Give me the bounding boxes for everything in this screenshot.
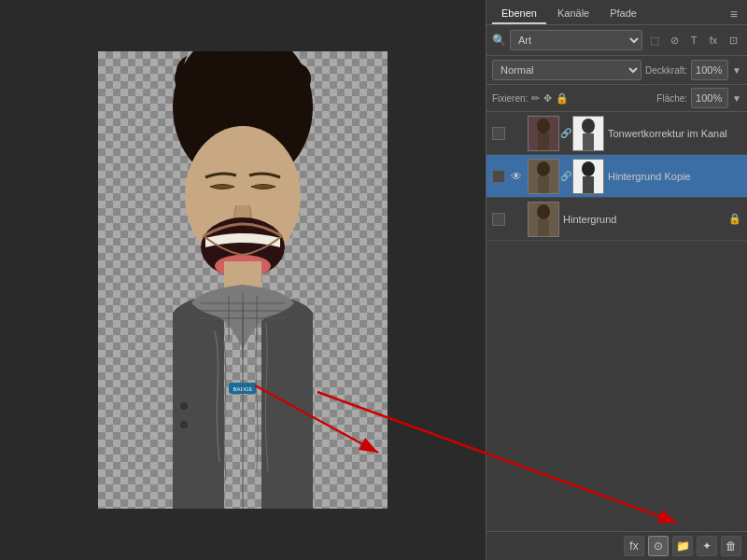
panel-tabs: Ebenen Kanäle Pfade ≡ [486, 0, 747, 25]
filter-icons: ⬚ ⊘ T fx ⊡ [646, 32, 741, 49]
lock-all-icon[interactable]: 🔒 [556, 92, 569, 105]
svg-rect-25 [538, 219, 549, 236]
svg-rect-22 [583, 176, 594, 193]
layer-locked-icon: 🔒 [728, 213, 741, 225]
layer-info-hintergrund: Hintergrund [563, 214, 725, 225]
new-layer-button[interactable]: ✦ [697, 536, 717, 556]
lock-row: Fixieren: ✏ ✥ 🔒 Fläche: ▼ [486, 85, 747, 112]
canvas-container: BADGE [98, 51, 388, 509]
main-area: BADGE [0, 0, 747, 560]
svg-point-18 [537, 161, 550, 176]
trash-icon: 🗑 [726, 539, 737, 553]
tab-pfade[interactable]: Pfade [600, 4, 646, 24]
fill-input[interactable] [691, 88, 728, 108]
layer-name-kopie: Hintergrund Kopie [608, 171, 741, 182]
canvas-area: BADGE [0, 0, 486, 560]
layer-link-kopie: 🔗 [560, 171, 571, 181]
layer-thumb-kopie [528, 159, 559, 194]
tab-ebenen[interactable]: Ebenen [492, 4, 546, 24]
layer-info-kopie: Hintergrund Kopie [608, 171, 741, 182]
delete-layer-button[interactable]: 🗑 [721, 536, 741, 556]
layer-name-tonwert: Tonwertkorrektur im Kanal [608, 128, 741, 139]
adjustment-icon: ⊙ [654, 539, 663, 553]
svg-rect-13 [538, 133, 549, 150]
filter-row: 🔍 Art ⬚ ⊘ T fx ⊡ [486, 25, 747, 56]
layer-thumb-hintergrund [528, 202, 559, 237]
filter-icon-fx[interactable]: fx [705, 32, 722, 49]
fx-button[interactable]: fx [624, 536, 644, 556]
layer-thumb-wrapper-hintergrund [528, 202, 559, 237]
new-group-button[interactable]: 📁 [672, 536, 693, 556]
filter-icon-adjustment[interactable]: ⊡ [725, 32, 741, 49]
layer-info-tonwert: Tonwertkorrektur im Kanal [608, 128, 741, 139]
fill-chevron-icon[interactable]: ▼ [732, 93, 741, 104]
lock-move-icon[interactable]: ✥ [543, 92, 552, 105]
opacity-label: Deckkraft: [645, 65, 687, 76]
layer-item-hintergrund[interactable]: Hintergrund 🔒 [486, 198, 747, 241]
layer-list: 🔗 Tonwertkorrektur im Kanal 👁 [486, 112, 747, 531]
layer-thumb-tonwert [528, 116, 559, 151]
layer-checkbox-hintergrund-kopie[interactable] [492, 170, 505, 183]
filter-icon-text[interactable]: T [685, 32, 702, 49]
svg-point-21 [582, 161, 595, 176]
lock-pixel-icon[interactable]: ✏ [531, 92, 540, 105]
svg-point-15 [582, 119, 595, 133]
svg-rect-16 [583, 133, 594, 150]
svg-point-12 [537, 119, 550, 133]
layer-thumb-wrapper-tonwert: 🔗 [528, 116, 604, 151]
svg-point-24 [537, 204, 550, 219]
layer-mask-kopie [572, 159, 604, 194]
fixieren-label: Fixieren: [492, 93, 528, 104]
search-icon: 🔍 [492, 34, 506, 47]
layer-checkbox-hintergrund[interactable] [492, 213, 505, 226]
filter-icon-circle[interactable]: ⊘ [666, 32, 683, 49]
new-adjustment-button[interactable]: ⊙ [648, 536, 669, 556]
layer-mask-tonwert [572, 116, 604, 151]
tab-kanaele[interactable]: Kanäle [548, 4, 599, 24]
filter-icon-checkerboard[interactable]: ⬚ [646, 32, 663, 49]
layers-panel: Ebenen Kanäle Pfade ≡ 🔍 Art ⬚ ⊘ T fx ⊡ N… [486, 0, 747, 560]
blend-mode-row: Normal Deckkraft: ▼ [486, 56, 747, 85]
bottom-toolbar: fx ⊙ 📁 ✦ 🗑 [486, 531, 747, 560]
layer-link-tonwert: 🔗 [560, 128, 571, 138]
svg-point-7 [179, 401, 189, 411]
svg-rect-19 [538, 176, 549, 193]
folder-icon: 📁 [676, 539, 690, 553]
fx-icon: fx [629, 539, 638, 553]
new-layer-icon: ✦ [702, 539, 712, 553]
layer-checkbox-tonwert[interactable] [492, 127, 505, 140]
person-svg: BADGE [98, 51, 388, 509]
opacity-input[interactable] [691, 60, 728, 80]
layer-thumb-wrapper-kopie: 🔗 [528, 159, 604, 194]
svg-point-8 [179, 420, 189, 429]
layer-visibility-hintergrund[interactable] [509, 212, 524, 227]
layer-name-hintergrund: Hintergrund [563, 214, 725, 225]
fill-label: Fläche: [656, 93, 687, 104]
opacity-chevron-icon[interactable]: ▼ [732, 65, 741, 76]
layer-item-hintergrund-kopie[interactable]: 👁 🔗 [486, 155, 747, 198]
layer-visibility-tonwert[interactable] [509, 126, 524, 141]
blend-mode-select[interactable]: Normal [492, 60, 641, 80]
layer-visibility-hintergrund-kopie[interactable]: 👁 [509, 169, 524, 184]
lock-icons: ✏ ✥ 🔒 [531, 92, 653, 105]
layer-item-tonwert[interactable]: 🔗 Tonwertkorrektur im Kanal [486, 112, 747, 155]
filter-select[interactable]: Art [510, 30, 642, 50]
person-image: BADGE [98, 51, 388, 509]
panel-menu-icon[interactable]: ≡ [726, 5, 741, 23]
